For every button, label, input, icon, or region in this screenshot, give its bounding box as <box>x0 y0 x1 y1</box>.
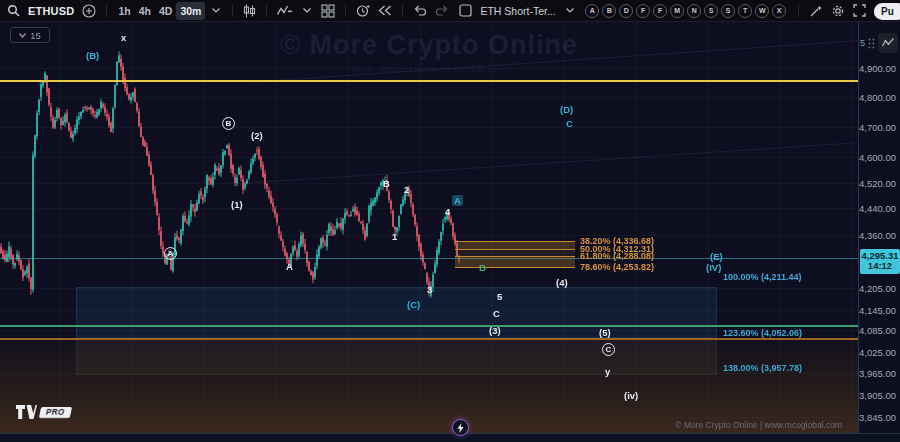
undo-button[interactable] <box>410 2 430 20</box>
wave-label-C-15: C <box>566 118 573 129</box>
symbol-name[interactable]: ETHUSD <box>25 2 77 20</box>
grid-layout-icon <box>321 4 335 18</box>
save-layout-button[interactable] <box>456 2 475 20</box>
interval-button-30m[interactable]: 30m <box>176 2 205 20</box>
fib-level-line-38.20%[interactable] <box>455 241 575 242</box>
alert-clock-icon <box>356 4 370 18</box>
quick-search-button[interactable] <box>806 2 826 20</box>
templates-button[interactable] <box>318 2 338 20</box>
price-tick-4,085.00: 4,085.00 <box>859 325 896 336</box>
top-toolbar: ETHUSD 1h4h4D30m <box>0 0 900 22</box>
fib-band-0 <box>455 241 575 249</box>
price-tick-3,965.00: 3,965.00 <box>859 368 896 379</box>
gear-icon <box>831 4 845 18</box>
hotkey-button-w-10[interactable]: W <box>755 4 769 18</box>
hotkey-button-d-2[interactable]: D <box>619 4 633 18</box>
interval-button-1h[interactable]: 1h <box>114 2 134 20</box>
layout-name[interactable]: ETH Short-Ter... <box>477 2 558 20</box>
toolbar-divider <box>402 4 403 17</box>
wave-label-B-13: B <box>479 262 486 273</box>
layout-dropdown-button[interactable] <box>561 2 579 20</box>
indicators-button[interactable] <box>274 2 296 20</box>
settings-button[interactable] <box>828 2 848 20</box>
hotkey-button-f-4[interactable]: F <box>653 4 667 18</box>
bar-countdown: 14:12 <box>860 261 900 272</box>
hotkey-button-n-6[interactable]: N <box>687 4 701 18</box>
wave-label-iv-26: (iv) <box>624 390 638 401</box>
fib-band-2 <box>455 256 575 267</box>
symbol-search-button[interactable] <box>4 2 23 20</box>
fib-level-line-78.60%[interactable] <box>455 267 575 268</box>
publish-button[interactable]: Pu <box>874 3 900 20</box>
wave-label-C-21: C <box>493 308 500 319</box>
lightning-bolt-icon[interactable] <box>452 419 469 436</box>
time-axis[interactable] <box>0 433 900 442</box>
fib-level-label-78.60%: 78.60% (4,253.82) <box>580 262 654 272</box>
hotkey-button-f-3[interactable]: F <box>636 4 650 18</box>
toolbar-divider <box>266 4 267 17</box>
chevron-down-icon <box>566 8 574 13</box>
price-tick-3,905.00: 3,905.00 <box>859 390 896 401</box>
interval-button-4h[interactable]: 4h <box>135 2 155 20</box>
wave-label-B-2: B <box>222 117 235 130</box>
drawings-count: 5 <box>860 38 865 48</box>
price-tick-4,900.00: 4,900.00 <box>859 63 896 74</box>
wave-label-2-8: 2 <box>404 184 409 195</box>
wave-label-B-1: (B) <box>86 50 99 61</box>
interval-dropdown-button[interactable] <box>207 2 225 20</box>
wave-label-C-24: C <box>602 343 615 356</box>
chevron-down-icon <box>19 33 26 38</box>
chart-type-button[interactable] <box>240 2 259 20</box>
redo-button[interactable] <box>432 2 452 20</box>
toolbar-divider <box>232 4 233 17</box>
interval-buttons: 1h4h4D30m <box>114 2 205 20</box>
hotkey-button-x-11[interactable]: X <box>772 4 786 18</box>
plus-circle-icon <box>82 4 96 18</box>
wave-label-3-22: (3) <box>489 325 501 336</box>
indicators-dropdown-button[interactable] <box>298 2 316 20</box>
redo-arrow-icon <box>435 5 449 16</box>
orange-target-line[interactable] <box>0 338 858 340</box>
fib-level-line-50.00%[interactable] <box>455 249 575 250</box>
fib-level-line-61.80%[interactable] <box>455 256 575 257</box>
wave-label-D-14: (D) <box>560 104 573 115</box>
yellow-resistance-line[interactable] <box>0 80 858 82</box>
green-support-line[interactable] <box>0 325 858 327</box>
drag-handle-icon[interactable] <box>868 38 875 49</box>
bar-replay-button[interactable] <box>375 2 395 20</box>
layout-square-icon <box>459 4 472 17</box>
object-tree-button[interactable] <box>878 33 898 53</box>
legend-hidden-count: 15 <box>30 30 41 41</box>
tradingview-logo[interactable]: PRO <box>16 405 71 419</box>
chevron-down-icon <box>212 8 220 13</box>
price-tick-4,360.00: 4,360.00 <box>859 230 896 241</box>
hotkey-button-t-9[interactable]: T <box>738 4 752 18</box>
wave-label-A-12: A <box>452 195 463 206</box>
create-alert-button[interactable] <box>353 2 373 20</box>
price-tick-4,145.00: 4,145.00 <box>859 305 896 316</box>
fib-extension-label-1: 123.60% (4,052.06) <box>723 328 802 338</box>
teal-level-line[interactable] <box>0 258 858 259</box>
fullscreen-button[interactable] <box>850 2 869 20</box>
tv-logo-icon <box>16 405 37 419</box>
price-axis[interactable]: 4,295.31 14:12 4,900.004,800.004,700.004… <box>858 22 900 433</box>
hotkey-button-s-7[interactable]: S <box>704 4 718 18</box>
hotkey-button-m-5[interactable]: M <box>670 4 684 18</box>
compare-add-button[interactable] <box>79 2 99 20</box>
legend-collapse-button[interactable]: 15 <box>10 27 50 43</box>
price-tick-4,800.00: 4,800.00 <box>859 92 896 103</box>
price-tick-4,205.00: 4,205.00 <box>859 283 896 294</box>
wave-label-5-20: 5 <box>497 291 502 302</box>
wave-label-y-25: y <box>605 366 610 377</box>
hotkey-button-b-1[interactable]: B <box>602 4 616 18</box>
interval-button-4D[interactable]: 4D <box>155 2 176 20</box>
fib-extension-label-2: 138.00% (3,957.78) <box>723 363 802 373</box>
hotkey-button-a-0[interactable]: A <box>585 4 599 18</box>
chart-area[interactable]: 38.20% (4,336.68)50.00% (4,312.31)61.80%… <box>0 22 858 433</box>
price-tick-4,520.00: 4,520.00 <box>859 178 896 189</box>
price-tick-3,845.00: 3,845.00 <box>859 412 896 423</box>
price-tick-4,700.00: 4,700.00 <box>859 122 896 133</box>
wave-label-B-7: B <box>383 178 390 189</box>
hotkey-button-s-8[interactable]: S <box>721 4 735 18</box>
candles-icon <box>243 4 256 18</box>
